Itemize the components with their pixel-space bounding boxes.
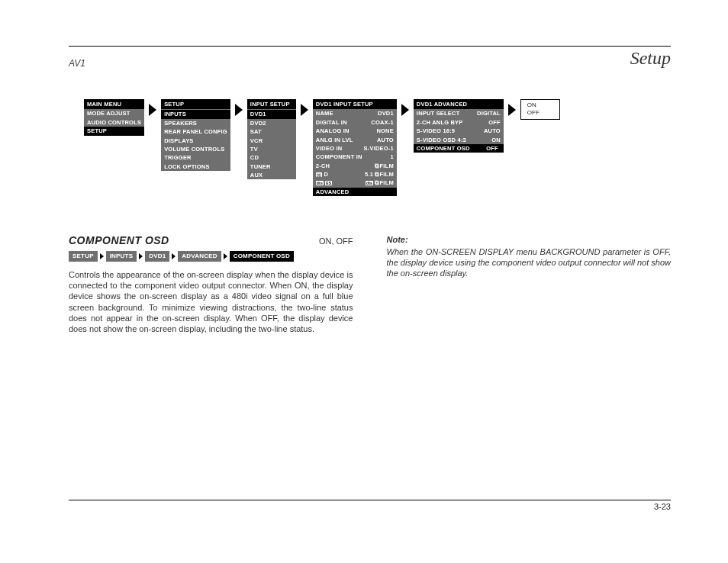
menu-setup-title: SETUP: [161, 99, 230, 109]
es-icon: ES: [325, 181, 332, 185]
chevron-right-icon: [224, 253, 227, 259]
header-left: AV1: [69, 58, 85, 69]
menu-row: COMPONENT IN1: [313, 153, 397, 161]
menu-row-selected: COMPONENT OSDOFF: [414, 144, 504, 153]
menu-row: ANALOG INNONE: [313, 127, 397, 135]
menu-dvd1-advanced-title: DVD1 ADVANCED: [414, 99, 504, 109]
chevron-right-icon: [100, 253, 104, 259]
menu-input-setup: INPUT SETUP DVD1 DVD2 SAT VCR TV CD TUNE…: [247, 99, 296, 179]
menu-item: AUX: [247, 171, 296, 179]
dolby-icon: ▯▯: [316, 172, 322, 177]
crumb-active: COMPONENT OSD: [230, 251, 294, 262]
menu-item: SAT: [247, 127, 296, 136]
menu-main: MAIN MENU MODE ADJUST AUDIO CONTROLS SET…: [84, 99, 144, 136]
menu-item: AUDIO CONTROLS: [84, 118, 144, 127]
menu-row: S-VIDEO 16:9AUTO: [414, 127, 504, 135]
dts-icon: dts: [366, 181, 373, 185]
right-column: Note: When the ON-SCREEN DISPLAY menu BA…: [387, 234, 672, 334]
menu-item: VOLUME CONTROLS: [161, 145, 230, 153]
menu-item: VCR: [247, 137, 296, 145]
left-column: COMPONENT OSD ON, OFF SETUP INPUTS DVD1 …: [69, 234, 353, 334]
menu-item: TUNER: [247, 162, 296, 171]
section-title: COMPONENT OSD: [69, 234, 169, 248]
menu-dvd1-title: DVD1 INPUT SETUP: [313, 99, 397, 109]
arrow-icon: [401, 104, 409, 116]
menu-row: VIDEO INS-VIDEO-1: [313, 144, 397, 153]
crumb: INPUTS: [106, 251, 137, 262]
menu-dvd1-advanced: DVD1 ADVANCED INPUT SELECTDIGITAL 2-CH A…: [414, 99, 504, 153]
menu-row: 2-CH ANLG BYPOFF: [414, 118, 504, 127]
menu-row: NAMEDVD1: [313, 109, 397, 117]
header-right: Setup: [630, 48, 671, 69]
arrow-icon: [149, 104, 156, 116]
menu-item-selected: INPUTS: [161, 110, 230, 118]
crumb: ADVANCED: [178, 251, 221, 262]
menu-item: DISPLAYS: [161, 137, 230, 145]
arrow-icon: [301, 104, 308, 116]
menu-item: REAR PANEL CONFIG: [161, 127, 230, 136]
menu-item-selected: DVD1: [247, 110, 296, 118]
chevron-right-icon: [172, 253, 176, 259]
menu-item: TV: [247, 145, 296, 153]
menu-item: CD: [247, 153, 296, 162]
menu-row: dts ESdts ⧉FILM: [313, 179, 397, 187]
menu-input-setup-title: INPUT SETUP: [247, 99, 296, 109]
page-header: AV1 Setup: [69, 46, 671, 69]
menu-item: SPEAKERS: [161, 119, 230, 127]
menu-row: ▯▯ D5.1 ⧉FILM: [313, 170, 397, 179]
breadcrumb: SETUP INPUTS DVD1 ADVANCED COMPONENT OSD: [69, 251, 353, 262]
on-off-options: ON OFF: [520, 99, 560, 120]
menu-row: DIGITAL INCOAX-1: [313, 118, 397, 127]
menu-item: LOCK OPTIONS: [161, 162, 230, 171]
arrow-icon: [235, 104, 243, 116]
menu-item-selected: SETUP: [84, 127, 144, 135]
menu-row: INPUT SELECTDIGITAL: [414, 109, 504, 117]
menu-row: S-VIDEO OSD 4:3ON: [414, 136, 504, 144]
menu-item: TRIGGER: [161, 153, 230, 162]
menu-dvd1-input-setup: DVD1 INPUT SETUP NAMEDVD1 DIGITAL INCOAX…: [313, 99, 397, 196]
menu-item: DVD2: [247, 119, 296, 127]
chevron-right-icon: [139, 253, 143, 259]
page-number: 3-23: [654, 502, 671, 511]
menu-row: 2-CH⧉FILM: [313, 162, 397, 170]
menu-item: MODE ADJUST: [84, 109, 144, 117]
dts-icon: dts: [316, 181, 324, 185]
note-body: When the ON-SCREEN DISPLAY menu BACKGROU…: [387, 246, 672, 278]
note-head: Note:: [387, 234, 672, 245]
crumb: SETUP: [69, 251, 98, 262]
crumb: DVD1: [145, 251, 169, 262]
page-footer: 3-23: [69, 500, 671, 511]
arrow-icon: [508, 104, 516, 116]
menu-navigation: MAIN MENU MODE ADJUST AUDIO CONTROLS SET…: [84, 99, 671, 196]
section-body: Controls the appearance of the on-screen…: [69, 269, 353, 333]
menu-setup: SETUP INPUTS SPEAKERS REAR PANEL CONFIG …: [161, 99, 230, 171]
menu-row: ANLG IN LVLAUTO: [313, 136, 397, 144]
menu-main-title: MAIN MENU: [84, 99, 144, 109]
section-options: ON, OFF: [319, 236, 353, 246]
menu-item-selected: ADVANCED: [313, 188, 397, 196]
